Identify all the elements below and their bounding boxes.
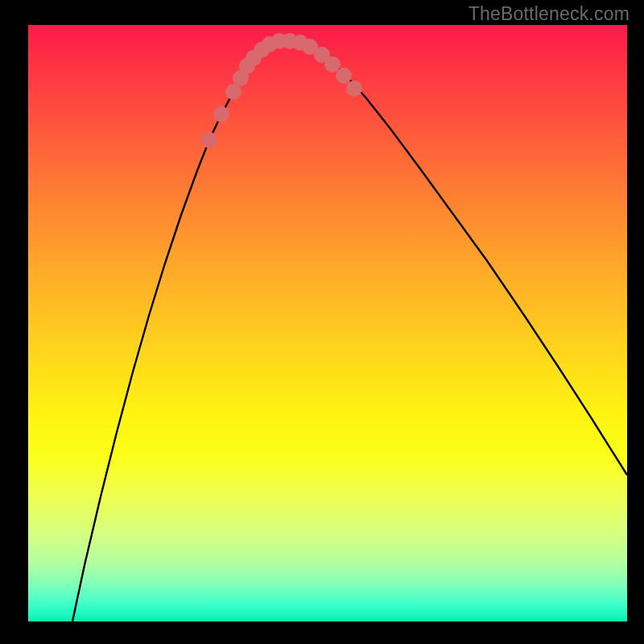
curve-marker — [225, 84, 242, 100]
watermark-text: TheBottleneck.com — [469, 3, 630, 25]
curve-marker — [346, 80, 362, 97]
bottleneck-curve — [72, 41, 627, 621]
curve-marker — [336, 68, 352, 84]
curve-marker — [201, 132, 217, 148]
curve-marker — [213, 106, 229, 122]
chart-frame: TheBottleneck.com — [0, 0, 644, 644]
plot-area — [28, 25, 627, 621]
curve-svg — [28, 25, 627, 621]
curve-markers — [201, 33, 362, 148]
